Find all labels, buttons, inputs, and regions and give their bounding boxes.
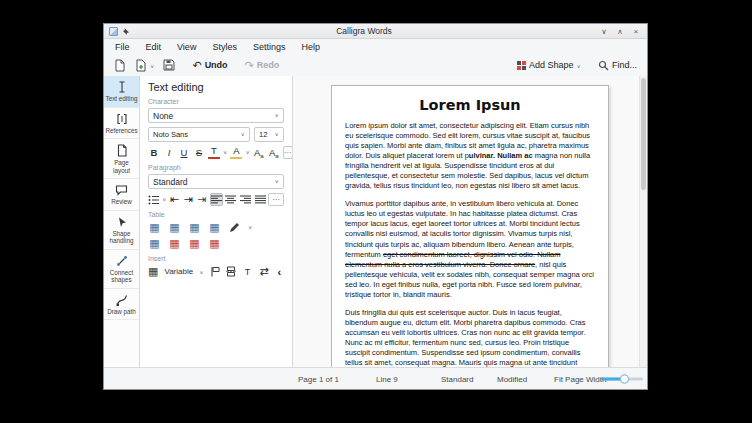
list-chevron-icon[interactable]: ∨ [162,197,166,203]
desktop-background: Calligra Words ∨ ∧ × File Edit View Styl… [0,0,752,423]
add-shape-label: Add Shape [529,60,574,70]
table-section-label: Table [148,211,284,218]
menu-view[interactable]: View [169,41,204,53]
chevron-down-icon: ∨ [241,132,245,138]
indent-more-button[interactable]: ⇥ [182,193,194,206]
insert-table-button[interactable]: ▦ [148,265,158,278]
paragraph-more-button[interactable]: … [268,193,284,206]
document-body[interactable]: Lorem ipsum dolor sit amet, consectetur … [345,121,595,367]
references-icon [116,113,128,125]
tab-connect-shapes[interactable]: Connect shapes [104,250,139,289]
insert-field-button[interactable]: ⇄ [260,265,269,278]
add-shape-button[interactable]: Add Shape ∨ [515,59,583,71]
font-color-button[interactable]: T [208,146,220,159]
menu-help[interactable]: Help [293,41,328,53]
open-document-button[interactable]: ∨ [133,58,156,73]
chevron-down-icon: ∨ [275,113,279,119]
document-paragraph[interactable]: Vivamus porttitor dapibus ante, in vesti… [345,199,595,299]
align-right-button[interactable] [239,193,252,206]
pin-icon[interactable] [122,27,130,35]
minimize-icon[interactable]: ∨ [598,27,610,36]
scrollbar-thumb[interactable] [641,78,646,190]
zoom-slider[interactable] [601,374,643,383]
pen-chevron-icon[interactable]: ∨ [248,225,252,231]
tab-draw-path[interactable]: Draw path [104,289,139,321]
superscript-button[interactable]: Aa [253,146,265,159]
underline-button[interactable]: U [178,146,190,159]
document-page[interactable]: Lorem Ipsun Lorem ipsum dolor sit amet, … [331,85,609,367]
maximize-icon[interactable]: ∧ [614,27,626,36]
document-paragraph[interactable]: Duis fringilla dui quis est scelerisque … [345,308,595,367]
app-icon[interactable] [109,27,118,36]
style-indicator[interactable]: Standard [441,374,473,383]
align-center-button[interactable] [225,193,238,206]
save-button[interactable] [161,58,177,72]
tab-references[interactable]: References [104,108,139,140]
insert-row-below-button[interactable]: ▦ [168,221,181,234]
find-button[interactable]: Find... [596,59,639,72]
indent-less-button[interactable]: ⇤ [168,193,180,206]
merge-cells-button[interactable]: ▦ [148,237,161,250]
tab-page-layout[interactable]: Page layout [104,139,139,179]
undo-button[interactable]: ↶ Undo [190,59,229,71]
font-color-chevron-icon[interactable]: ∨ [223,150,227,156]
statusbar: Page 1 of 1 Line 9 Standard Modified Fit… [104,367,647,389]
font-family-select[interactable]: Noto Sans ∨ [148,127,250,142]
tab-review[interactable]: Review [104,179,139,211]
insert-column-left-button[interactable]: ▦ [188,221,201,234]
table-border-pen-button[interactable] [228,221,241,234]
pen-icon [229,222,240,233]
insert-bookmark-button[interactable] [210,265,220,278]
insert-column-right-button[interactable]: ▦ [208,221,221,234]
vertical-scrollbar[interactable] [639,76,647,367]
first-line-indent-button[interactable]: ⇥ [196,193,208,206]
delete-column-button[interactable]: ▦ [188,237,201,250]
menu-edit[interactable]: Edit [138,41,170,53]
variable-chevron-icon[interactable]: ∨ [199,269,203,275]
strikethrough-button[interactable]: S [193,146,205,159]
redo-button[interactable]: ↷ Redo [243,59,282,71]
delete-row-button[interactable]: ▦ [168,237,181,250]
titlebar[interactable]: Calligra Words ∨ ∧ × [104,24,647,39]
list-icon [148,195,160,205]
close-icon[interactable]: × [630,27,642,36]
document-paragraph[interactable]: Lorem ipsum dolor sit amet, consectetur … [345,121,595,191]
italic-button[interactable]: I [163,146,175,159]
menu-file[interactable]: File [107,41,138,53]
highlight-color-button[interactable]: A [230,146,242,159]
search-icon [598,60,609,71]
insert-page-break-button[interactable] [226,265,236,278]
delete-table-button[interactable]: ▦ [208,237,221,250]
open-dropdown-chevron-icon[interactable]: ∨ [150,62,154,68]
highlight-chevron-icon[interactable]: ∨ [245,150,249,156]
align-left-button[interactable] [210,193,223,206]
document-title[interactable]: Lorem Ipsun [345,97,595,113]
zoom-mode-button[interactable]: Fit Page Width [554,374,606,383]
page-indicator: Page 1 of 1 [298,374,339,383]
new-document-button[interactable] [112,58,128,73]
tool-options-panel: Text editing Character None ∨ Noto Sans … [140,76,293,367]
document-area[interactable]: Lorem Ipsun Lorem ipsum dolor sit amet, … [293,76,647,367]
bookmark-flag-icon [210,266,220,277]
insert-variable-button[interactable]: Variable [164,267,193,276]
insert-text-button[interactable]: T [242,265,254,278]
page-icon [116,144,128,157]
character-more-button[interactable]: … [283,146,293,159]
menu-styles[interactable]: Styles [204,41,245,53]
font-size-select[interactable]: 12 ∨ [254,127,284,142]
align-justify-button[interactable] [254,193,267,206]
subscript-button[interactable]: Aa [268,146,280,159]
paragraph-style-select[interactable]: Standard ∨ [148,174,284,189]
app-window: Calligra Words ∨ ∧ × File Edit View Styl… [103,23,648,390]
tab-text-editing[interactable]: Text editing [104,76,139,108]
text-cursor-icon [116,81,128,93]
list-style-button[interactable] [148,193,160,206]
insert-row-above-button[interactable]: ▦ [148,221,161,234]
zoom-slider-handle[interactable] [620,374,629,383]
menu-settings[interactable]: Settings [245,41,294,53]
tab-shape-handling[interactable]: Shape handling [104,211,139,250]
bold-button[interactable]: B [148,146,160,159]
character-style-select[interactable]: None ∨ [148,108,284,123]
undo-label: Undo [205,60,228,70]
insert-citation-button[interactable]: ‹ [275,265,284,278]
